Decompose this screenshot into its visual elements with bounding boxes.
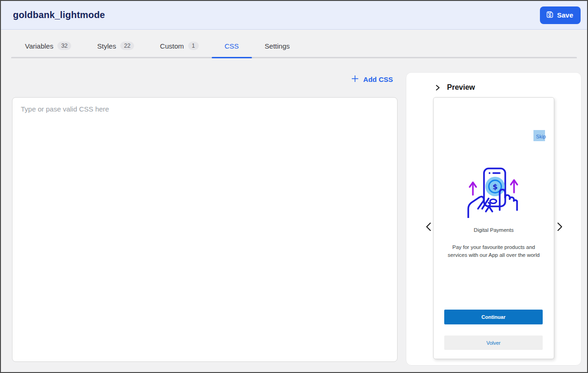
- tab-track: [11, 57, 577, 58]
- slide-heading: Digital Payments: [434, 227, 554, 233]
- preview-panel: Preview Skip: [406, 72, 582, 366]
- phone-preview-card: Skip $: [433, 97, 554, 359]
- add-css-label: Add CSS: [363, 75, 393, 83]
- tab-label: CSS: [225, 42, 239, 50]
- save-button-label: Save: [557, 11, 573, 19]
- volver-button[interactable]: Volver: [444, 336, 543, 350]
- app-window: goldbank_lightmode Save Variables 32 Sty…: [0, 0, 588, 373]
- tab-label: Custom: [160, 42, 184, 50]
- tab-label: Variables: [25, 42, 53, 50]
- digital-payments-illustration: $: [466, 166, 522, 218]
- main-content: Add CSS Preview: [1, 58, 587, 366]
- tab-badge: 1: [188, 42, 199, 50]
- css-input[interactable]: [12, 97, 398, 362]
- preview-title: Preview: [447, 83, 475, 92]
- tab-label: Settings: [265, 42, 290, 50]
- carousel-next-button[interactable]: [554, 221, 565, 233]
- tab-variables[interactable]: Variables 32: [25, 42, 71, 57]
- tab-custom[interactable]: Custom 1: [160, 42, 199, 57]
- tab-bar: Variables 32 Styles 22 Custom 1 CSS Sett…: [11, 30, 577, 58]
- tab-settings[interactable]: Settings: [265, 42, 290, 57]
- continuar-button[interactable]: Continuar: [444, 310, 543, 324]
- add-css-button[interactable]: Add CSS: [351, 75, 393, 84]
- chevron-right-icon: [556, 222, 564, 232]
- save-button[interactable]: Save: [540, 6, 581, 24]
- chevron-right-icon[interactable]: [434, 84, 441, 91]
- tab-badge: 32: [57, 42, 71, 50]
- plus-icon: [351, 75, 359, 84]
- tab-label: Styles: [97, 42, 116, 50]
- slide-body: Pay for your favourite products and serv…: [447, 243, 541, 259]
- tab-styles[interactable]: Styles 22: [97, 42, 134, 57]
- carousel-prev-button[interactable]: [423, 221, 434, 233]
- tab-badge: 22: [120, 42, 134, 50]
- css-editor-column: Add CSS: [12, 72, 398, 366]
- tab-css[interactable]: CSS: [225, 42, 239, 57]
- chevron-left-icon: [425, 222, 432, 232]
- page-title: goldbank_lightmode: [13, 10, 105, 20]
- header: goldbank_lightmode Save: [1, 1, 587, 30]
- skip-link[interactable]: Skip: [535, 134, 547, 139]
- svg-text:$: $: [492, 182, 497, 191]
- floppy-disk-icon: [546, 11, 554, 20]
